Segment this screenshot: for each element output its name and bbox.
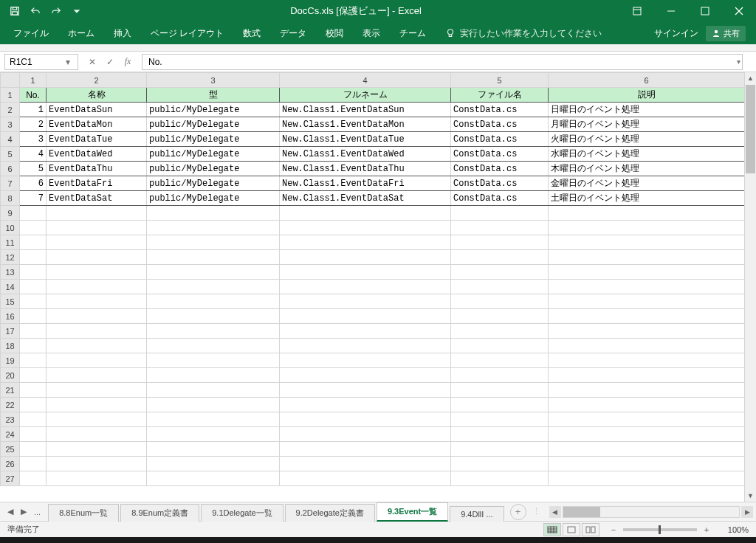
tab-insert[interactable]: 挿入 xyxy=(105,23,140,44)
minimize-button[interactable] xyxy=(654,0,688,22)
cell[interactable] xyxy=(20,427,47,442)
cell[interactable] xyxy=(20,265,47,280)
hscroll-thumb[interactable] xyxy=(563,507,600,517)
cell[interactable]: EventDataSun xyxy=(47,103,147,117)
cell[interactable] xyxy=(147,324,280,339)
zoom-in-button[interactable]: + xyxy=(701,525,712,534)
row-header[interactable]: 8 xyxy=(1,191,20,206)
cell[interactable] xyxy=(549,368,745,383)
cell[interactable] xyxy=(280,265,451,280)
row-header[interactable]: 18 xyxy=(1,339,20,353)
hscroll-right-icon[interactable]: ▶ xyxy=(741,506,753,518)
cell[interactable] xyxy=(549,280,745,294)
enter-formula-button[interactable]: ✓ xyxy=(103,57,117,67)
cell[interactable] xyxy=(147,294,280,309)
cell[interactable]: 日曜日のイベント処理 xyxy=(549,103,745,117)
sheet-nav-ellipsis[interactable]: ... xyxy=(31,506,44,518)
cell[interactable] xyxy=(280,235,451,250)
page-break-view-button[interactable] xyxy=(582,523,599,536)
row-header[interactable]: 16 xyxy=(1,309,20,324)
cell[interactable] xyxy=(47,471,147,486)
cell[interactable] xyxy=(451,398,549,412)
cell[interactable] xyxy=(549,383,745,398)
cell[interactable] xyxy=(280,457,451,471)
row-header[interactable]: 27 xyxy=(1,471,20,486)
cell[interactable]: New.Class1.EventDataFri xyxy=(280,176,451,191)
cell[interactable]: 4 xyxy=(20,147,47,162)
cell[interactable]: New.Class1.EventDataSat xyxy=(280,191,451,206)
row-header[interactable]: 2 xyxy=(1,103,20,117)
cell[interactable] xyxy=(20,339,47,353)
cell[interactable] xyxy=(280,339,451,353)
cell[interactable] xyxy=(280,353,451,368)
cell[interactable]: 2 xyxy=(20,117,47,132)
table-header-cell[interactable]: 説明 xyxy=(549,88,745,103)
cell[interactable]: public/MyDelegate xyxy=(147,147,280,162)
table-header-cell[interactable]: フルネーム xyxy=(280,88,451,103)
cell[interactable] xyxy=(47,250,147,265)
cell[interactable] xyxy=(147,206,280,221)
cell[interactable]: public/MyDelegate xyxy=(147,162,280,176)
row-header[interactable]: 20 xyxy=(1,368,20,383)
cell[interactable]: EventDataFri xyxy=(47,176,147,191)
cell[interactable] xyxy=(549,353,745,368)
cell[interactable] xyxy=(20,235,47,250)
select-all-corner[interactable] xyxy=(1,73,20,88)
cell[interactable]: New.Class1.EventDataWed xyxy=(280,147,451,162)
tab-team[interactable]: チーム xyxy=(391,23,435,44)
cell[interactable] xyxy=(451,457,549,471)
cell[interactable] xyxy=(451,412,549,427)
cell[interactable]: 火曜日のイベント処理 xyxy=(549,132,745,147)
cell[interactable] xyxy=(549,398,745,412)
cell[interactable]: 7 xyxy=(20,191,47,206)
expand-formula-icon[interactable]: ▾ xyxy=(737,58,740,66)
tab-page-layout[interactable]: ページ レイアウト xyxy=(142,23,233,44)
cell[interactable] xyxy=(280,309,451,324)
cell[interactable] xyxy=(280,427,451,442)
cell[interactable]: New.Class1.EventDataTue xyxy=(280,132,451,147)
table-header-cell[interactable]: 型 xyxy=(147,88,280,103)
scroll-up-icon[interactable]: ▲ xyxy=(745,72,756,84)
cell[interactable] xyxy=(147,235,280,250)
cell[interactable] xyxy=(451,206,549,221)
cell[interactable] xyxy=(280,383,451,398)
cell[interactable]: EventDataThu xyxy=(47,162,147,176)
cell[interactable] xyxy=(451,294,549,309)
row-header[interactable]: 1 xyxy=(1,88,20,103)
tab-review[interactable]: 校閲 xyxy=(317,23,352,44)
cell[interactable] xyxy=(147,412,280,427)
cell[interactable] xyxy=(20,442,47,457)
tab-formulas[interactable]: 数式 xyxy=(234,23,269,44)
cell[interactable]: EventDataSat xyxy=(47,191,147,206)
row-header[interactable]: 23 xyxy=(1,412,20,427)
cell[interactable] xyxy=(147,398,280,412)
cell[interactable] xyxy=(147,442,280,457)
cell[interactable] xyxy=(20,353,47,368)
cell[interactable] xyxy=(451,427,549,442)
cell[interactable]: ConstData.cs xyxy=(451,162,549,176)
cell[interactable] xyxy=(147,353,280,368)
cell[interactable] xyxy=(451,383,549,398)
cell[interactable]: 金曜日のイベント処理 xyxy=(549,176,745,191)
tell-me-search[interactable]: 実行したい作業を入力してください xyxy=(445,27,602,40)
cell[interactable] xyxy=(20,221,47,235)
cell[interactable] xyxy=(20,280,47,294)
maximize-button[interactable] xyxy=(688,0,722,22)
cell[interactable]: public/MyDelegate xyxy=(147,117,280,132)
cell[interactable]: 月曜日のイベント処理 xyxy=(549,117,745,132)
cell[interactable] xyxy=(451,280,549,294)
close-button[interactable] xyxy=(722,0,756,22)
cell[interactable] xyxy=(451,471,549,486)
page-layout-view-button[interactable] xyxy=(563,523,580,536)
cell[interactable] xyxy=(147,309,280,324)
cell[interactable] xyxy=(47,206,147,221)
cell[interactable]: 6 xyxy=(20,176,47,191)
horizontal-scrollbar[interactable]: ◀ ▶ xyxy=(546,506,756,518)
cell[interactable] xyxy=(280,221,451,235)
cell[interactable] xyxy=(147,221,280,235)
cell[interactable] xyxy=(47,412,147,427)
cell[interactable]: public/MyDelegate xyxy=(147,132,280,147)
scroll-thumb[interactable] xyxy=(746,85,755,173)
cell[interactable] xyxy=(20,250,47,265)
column-header[interactable]: 2 xyxy=(47,73,147,88)
